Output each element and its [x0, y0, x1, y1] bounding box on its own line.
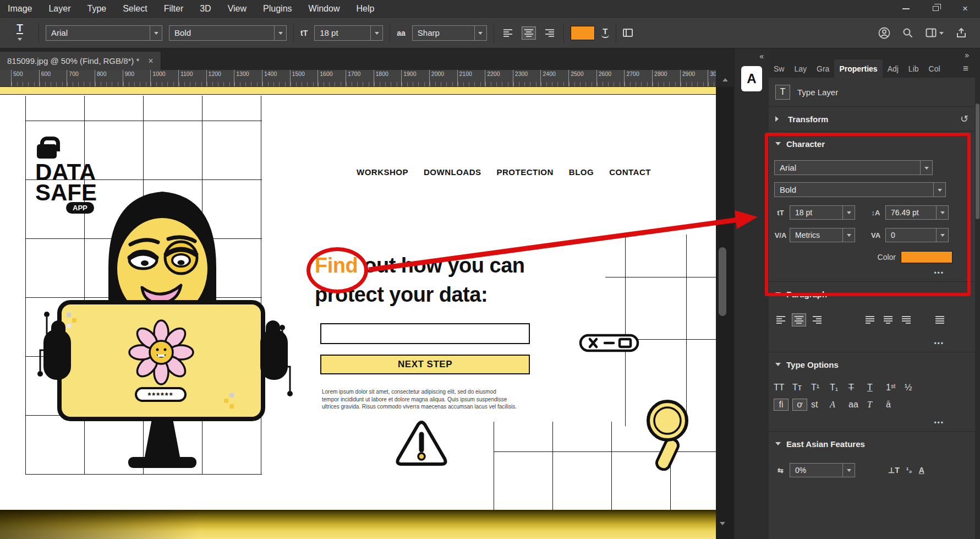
close-icon[interactable]: × — [148, 56, 153, 66]
collapse-dock-button[interactable]: « — [735, 48, 769, 61]
titling-alternates-button[interactable]: T — [867, 400, 886, 410]
chevron-down-icon — [274, 26, 286, 40]
toggle-panels-button[interactable] — [623, 29, 633, 37]
tab-adjustments[interactable]: Adj — [883, 59, 904, 78]
chevron-down-icon — [936, 206, 948, 219]
justify-last-right-button[interactable] — [899, 313, 913, 326]
menu-item-view[interactable]: View — [228, 4, 247, 14]
align-left-button[interactable] — [501, 26, 515, 40]
type-options-more[interactable]: ••• — [769, 413, 975, 431]
align-right-button[interactable] — [543, 26, 557, 40]
character-panel-collapsed-icon[interactable]: A — [741, 66, 762, 91]
panel-scrollbar-thumb[interactable] — [976, 104, 979, 219]
discretionary-ligatures-button[interactable]: ơ — [792, 399, 807, 411]
menu-item-filter[interactable]: Filter — [164, 4, 184, 14]
tab-layers[interactable]: Lay — [789, 59, 812, 78]
character-section-header[interactable]: Character — [769, 132, 975, 156]
justify-last-center-button[interactable] — [881, 313, 895, 326]
scrollbar-up-button[interactable] — [716, 70, 734, 87]
fractions-button[interactable]: ½ — [905, 383, 923, 393]
superscript-button[interactable]: T¹ — [811, 383, 830, 393]
tate-chu-yoko-icon[interactable]: ¹₂ — [906, 466, 912, 475]
font-style-select[interactable]: Bold — [169, 25, 287, 41]
menu-item-3d[interactable]: 3D — [200, 4, 211, 14]
artwork-canvas[interactable]: DATA SAFE APP WORKSHOP DOWNLOADS PROTECT… — [0, 87, 716, 539]
menu-item-help[interactable]: Help — [356, 4, 374, 14]
align-center-button[interactable] — [792, 313, 806, 326]
nav-blog: BLOG — [569, 167, 594, 177]
ruler-tick: 600 — [39, 70, 67, 86]
align-center-button[interactable] — [522, 26, 536, 40]
tab-libraries[interactable]: Lib — [904, 59, 924, 78]
account-icon[interactable] — [878, 27, 890, 39]
workspace-switcher[interactable] — [926, 28, 944, 37]
menu-item-select[interactable]: Select — [123, 4, 147, 14]
east-asian-section-header[interactable]: East Asian Features — [769, 432, 975, 456]
underline-button[interactable]: T — [867, 383, 886, 393]
all-caps-button[interactable]: TT — [774, 383, 792, 393]
chevron-down-icon — [370, 26, 382, 40]
char-leading-select[interactable]: 76.49 pt — [885, 205, 949, 220]
anti-alias-select[interactable]: Sharp — [412, 25, 487, 41]
scrollbar-down-button[interactable] — [720, 525, 725, 535]
tsume-select[interactable]: 0% — [790, 463, 855, 477]
type-options-section-header[interactable]: Type Options — [769, 352, 975, 377]
stylistic-sets-button[interactable]: st — [811, 400, 830, 410]
tab-color[interactable]: Col — [924, 59, 945, 78]
text-color-swatch[interactable] — [571, 26, 595, 40]
ruler-tick: 1700 — [346, 70, 374, 86]
nav-protection: PROTECTION — [497, 167, 554, 177]
strikethrough-button[interactable]: T — [848, 383, 867, 393]
document-tab[interactable]: 815099.jpg @ 50% (Find, RGB/8*) * × — [0, 52, 161, 70]
ornaments-button[interactable]: ā — [886, 400, 905, 410]
align-left-button[interactable] — [774, 313, 788, 326]
tab-gradients[interactable]: Gra — [812, 59, 834, 78]
tab-swatches[interactable]: Sw — [769, 59, 789, 78]
minimize-button[interactable] — [891, 0, 921, 17]
expand-dock-button[interactable]: » — [965, 51, 968, 59]
char-kerning-select[interactable]: Metrics — [790, 228, 855, 242]
standard-ligatures-button[interactable]: fi — [774, 399, 789, 411]
menu-item-plugins[interactable]: Plugins — [263, 4, 292, 14]
panel-menu-icon[interactable]: ≡ — [963, 59, 975, 78]
artwork-bottom-bar — [0, 510, 716, 539]
ordinals-button[interactable]: 1ˢᵗ — [886, 383, 905, 393]
menu-item-window[interactable]: Window — [309, 4, 340, 14]
menu-item-layer[interactable]: Layer — [48, 4, 70, 14]
paragraph-section-header[interactable]: Paragraph — [769, 282, 975, 306]
arrow-down-icon — [720, 522, 725, 537]
paragraph-more-options[interactable]: ••• — [769, 334, 975, 352]
subscript-button[interactable]: T₁ — [830, 383, 848, 393]
small-caps-button[interactable]: Tᴛ — [792, 383, 811, 393]
panel-scrollbar[interactable] — [975, 48, 980, 539]
contextual-alternates-button[interactable]: aa — [848, 400, 867, 410]
char-font-style-select[interactable]: Bold — [774, 182, 946, 197]
reset-transform-icon[interactable]: ↺ — [960, 113, 968, 125]
char-font-family-select[interactable]: Arial — [774, 160, 933, 175]
stylistic-alternates-button[interactable]: A — [830, 400, 848, 410]
share-icon[interactable] — [956, 28, 967, 39]
justify-all-button[interactable] — [933, 313, 947, 326]
warp-text-button[interactable]: T — [601, 28, 609, 38]
vertical-scrollbar[interactable] — [719, 247, 726, 316]
canvas-viewport[interactable]: DATA SAFE APP WORKSHOP DOWNLOADS PROTECT… — [0, 87, 734, 539]
align-right-button[interactable] — [810, 313, 824, 326]
char-tracking-select[interactable]: 0 — [885, 228, 949, 242]
character-rotation-icon[interactable]: ⊥T — [888, 466, 900, 475]
workspace-icon — [926, 28, 937, 37]
char-size-select[interactable]: 18 pt — [790, 205, 855, 220]
east-asian-underline-icon[interactable]: A — [919, 466, 924, 475]
transform-section-header[interactable]: Transform ↺ — [769, 107, 975, 131]
restore-button[interactable] — [921, 0, 950, 17]
close-button[interactable]: × — [950, 0, 980, 17]
tab-properties[interactable]: Properties — [834, 59, 882, 78]
justify-last-left-button[interactable] — [863, 313, 877, 326]
font-family-select[interactable]: Arial — [46, 25, 162, 41]
tool-preset-picker[interactable]: T — [8, 23, 32, 43]
char-color-swatch[interactable] — [901, 251, 952, 263]
font-size-select[interactable]: 18 pt — [314, 25, 383, 41]
menu-item-type[interactable]: Type — [87, 4, 107, 14]
menu-item-image[interactable]: Image — [8, 4, 32, 14]
search-icon[interactable] — [902, 28, 913, 39]
character-more-options[interactable]: ••• — [769, 263, 975, 281]
